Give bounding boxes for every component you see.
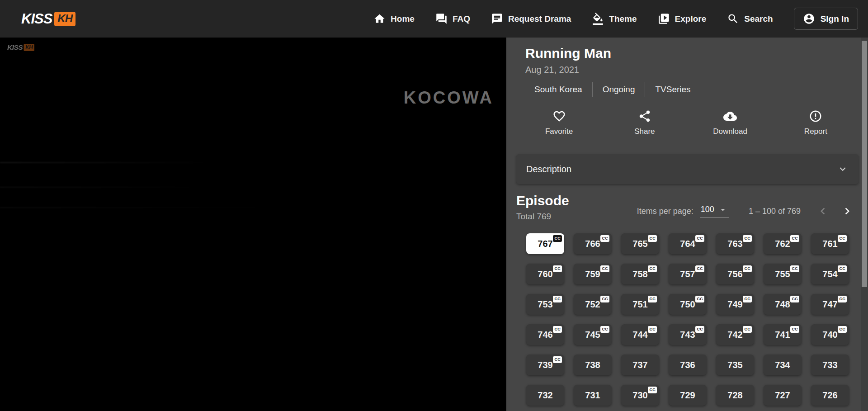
nav-item-request-drama[interactable]: Request Drama [491,13,571,25]
episode-button-757[interactable]: 757CC [669,264,707,284]
nav-item-theme[interactable]: Theme [592,13,637,25]
episode-button-746[interactable]: 746CC [526,324,564,345]
episode-number: 761 [822,239,837,249]
episode-number: 740 [822,330,837,340]
next-page-button[interactable] [840,204,854,218]
tag-type[interactable]: TVSeries [645,85,700,94]
cc-badge: CC [648,387,657,393]
episode-button-756[interactable]: 756CC [716,264,754,284]
nav-item-label: Search [744,14,773,24]
episode-button-735[interactable]: 735 [716,354,754,375]
episode-button-766[interactable]: 766CC [574,233,612,254]
scrollbar[interactable] [861,38,868,411]
cc-badge: CC [695,296,704,302]
episode-button-761[interactable]: 761CC [811,233,849,254]
episode-number: 763 [727,239,742,249]
report-button[interactable]: Report [773,109,859,136]
episode-button-741[interactable]: 741CC [764,324,802,345]
cc-badge: CC [743,296,752,302]
sign-in-button[interactable]: Sign in [794,8,858,30]
episode-button-760[interactable]: 760CC [526,264,564,284]
description-label: Description [526,164,571,175]
items-per-page-select[interactable]: 100 [700,205,729,218]
tag-status[interactable]: Ongoing [593,85,645,94]
episode-button-736[interactable]: 736 [669,354,707,375]
episode-button-747[interactable]: 747CC [811,294,849,315]
scrollbar-thumb[interactable] [862,41,867,287]
nav-item-label: Home [391,14,415,24]
episode-button-743[interactable]: 743CC [669,324,707,345]
episode-button-731[interactable]: 731 [574,385,612,406]
episode-button-740[interactable]: 740CC [811,324,849,345]
episode-button-728[interactable]: 728 [716,385,754,406]
episode-button-730[interactable]: 730CC [621,385,659,406]
episode-header: Episode Total 769 Items per page: 100 1 … [516,193,859,222]
logo-kh-badge: KH [54,12,75,26]
episode-button-752[interactable]: 752CC [574,294,612,315]
episode-button-750[interactable]: 750CC [669,294,707,315]
episode-button-739[interactable]: 739CC [526,354,564,375]
episode-number: 746 [538,330,552,340]
episode-button-732[interactable]: 732 [526,385,564,406]
episode-number: 759 [585,269,600,279]
episode-button-726[interactable]: 726 [811,385,849,406]
cc-badge: CC [648,235,657,242]
cc-badge: CC [790,235,799,242]
episode-button-742[interactable]: 742CC [716,324,754,345]
episode-button-738[interactable]: 738 [574,354,612,375]
theme-icon [592,13,604,25]
nav-item-explore[interactable]: Explore [658,13,707,25]
episode-button-751[interactable]: 751CC [621,294,659,315]
episode-number: 754 [822,269,837,279]
site-logo[interactable]: KISS KH [21,11,75,27]
episode-button-744[interactable]: 744CC [621,324,659,345]
cc-badge: CC [553,265,562,272]
tag-country[interactable]: South Korea [534,85,592,94]
episode-button-767[interactable]: 767CC [526,233,564,254]
nav-item-home[interactable]: Home [373,13,415,25]
episode-number: 729 [680,390,695,400]
actions-row: Favorite Share Download [516,109,859,136]
video-player[interactable]: KISS KH KOCOWA [0,38,506,411]
heart-icon [552,109,566,123]
share-button[interactable]: Share [602,109,687,136]
episode-button-764[interactable]: 764CC [669,233,707,254]
episode-button-763[interactable]: 763CC [716,233,754,254]
episode-grid: 767CC766CC765CC764CC763CC762CC761CC760CC… [526,233,859,406]
episode-button-762[interactable]: 762CC [764,233,802,254]
episode-button-748[interactable]: 748CC [764,294,802,315]
cc-badge: CC [648,296,657,302]
nav-item-label: Explore [675,14,707,24]
previous-page-button[interactable] [816,204,830,218]
episode-button-729[interactable]: 729 [669,385,707,406]
cc-badge: CC [790,326,799,333]
cc-badge: CC [600,326,609,333]
episode-button-759[interactable]: 759CC [574,264,612,284]
episode-number: 764 [680,239,695,249]
episode-button-754[interactable]: 754CC [811,264,849,284]
player-corner-watermark: KISS KH [7,43,34,52]
episode-button-765[interactable]: 765CC [621,233,659,254]
dropdown-arrow-icon [718,205,728,215]
nav-item-faq[interactable]: FAQ [435,13,470,25]
chevron-down-icon [837,163,849,175]
sign-in-label: Sign in [821,14,849,24]
episode-button-734[interactable]: 734 [764,354,802,375]
download-button[interactable]: Download [688,109,773,136]
nav-item-search[interactable]: Search [727,13,773,25]
logo-kiss-text: KISS [21,11,52,27]
episode-button-745[interactable]: 745CC [574,324,612,345]
episode-button-737[interactable]: 737 [621,354,659,375]
cc-badge: CC [743,235,752,242]
favorite-button[interactable]: Favorite [516,109,602,136]
episode-button-755[interactable]: 755CC [764,264,802,284]
episode-number: 731 [585,390,600,400]
description-accordion[interactable]: Description [516,154,859,184]
episode-button-727[interactable]: 727 [764,385,802,406]
episode-button-733[interactable]: 733 [811,354,849,375]
episode-button-749[interactable]: 749CC [716,294,754,315]
report-icon [809,109,822,123]
episode-number: 756 [727,269,742,279]
episode-button-758[interactable]: 758CC [621,264,659,284]
episode-button-753[interactable]: 753CC [526,294,564,315]
